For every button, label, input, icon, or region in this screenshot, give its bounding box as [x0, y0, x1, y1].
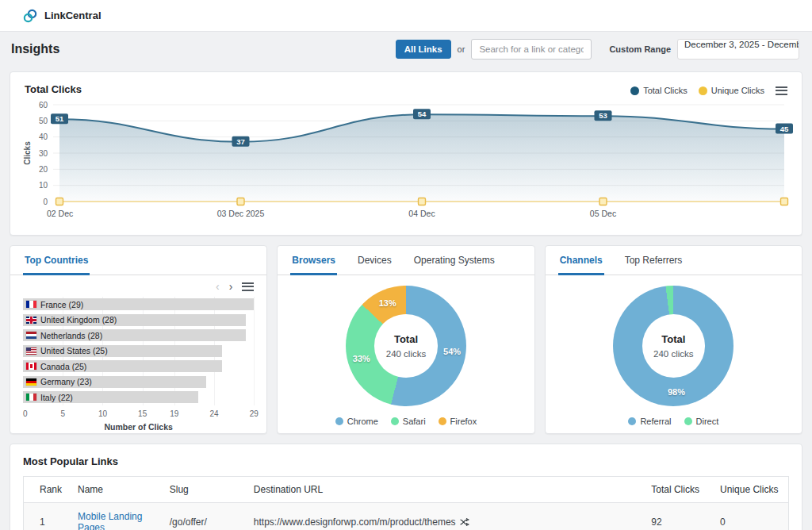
chart-menu-icon[interactable]	[242, 282, 254, 291]
all-links-button[interactable]: All Links	[396, 40, 451, 59]
country-bar-label: United Kingdom (28)	[26, 315, 117, 325]
axis-tick: 19	[170, 409, 178, 418]
tab-top-referrers[interactable]: Top Referrers	[623, 246, 684, 275]
custom-range-label: Custom Range	[609, 44, 671, 54]
svg-text:04 Dec: 04 Dec	[408, 209, 435, 218]
country-bar-row: France (29)	[23, 297, 254, 313]
page-title: Insights	[11, 42, 59, 56]
legend-item-safari[interactable]: Safari	[391, 417, 426, 426]
url-cell: https://www.designforwp.com/m/product/th…	[246, 503, 643, 530]
svg-text:40: 40	[39, 132, 48, 141]
legend-item-unique-clicks[interactable]: Unique Clicks	[699, 86, 764, 95]
column-header: Total Clicks	[643, 477, 712, 503]
column-header: Name	[70, 477, 162, 503]
donut-clicks-label: 240 clicks	[386, 349, 427, 359]
link-name[interactable]: Mobile Landing Pages	[78, 511, 142, 530]
tab-channels[interactable]: Channels	[558, 246, 604, 275]
legend-item-chrome[interactable]: Chrome	[335, 417, 378, 426]
total-clicks-chart: 0102030405060Clicks513754534502 Dec03 De…	[21, 95, 795, 225]
axis-tick: 24	[210, 409, 219, 418]
country-bar-row: Canada (25)	[23, 359, 254, 374]
legend-item-direct[interactable]: Direct	[684, 417, 719, 426]
tab-devices[interactable]: Devices	[356, 246, 393, 275]
total-clicks-card: Total Clicks Total Clicks Unique Clicks …	[10, 71, 802, 236]
popular-links-card: Most Popular Links RankNameSlugDestinati…	[10, 444, 802, 530]
axis-tick: 0	[23, 409, 28, 418]
it-flag-icon	[26, 394, 36, 401]
tab-operating-systems[interactable]: Operating Systems	[412, 246, 496, 275]
svg-text:02 Dec: 02 Dec	[47, 209, 73, 218]
chart-legend: Total Clicks Unique Clicks	[630, 86, 787, 95]
tab-browsers[interactable]: Browsers	[290, 246, 337, 275]
svg-text:20: 20	[39, 165, 48, 174]
svg-text:05 Dec: 05 Dec	[590, 209, 616, 218]
country-bar-label: France (29)	[26, 300, 83, 309]
country-bar: Canada (25)	[23, 360, 222, 372]
table-cell: 92	[643, 503, 712, 530]
date-range-input[interactable]: December 3, 2025 - December 7, 2	[677, 39, 799, 60]
svg-text:60: 60	[39, 101, 48, 109]
slice-label-safari: 33%	[353, 354, 370, 363]
countries-axis-label: Number of Clicks	[23, 422, 254, 432]
donut-total-label: Total	[394, 333, 418, 345]
column-header: Slug	[162, 477, 246, 503]
grid-line	[254, 297, 255, 405]
donut-clicks-label: 240 clicks	[653, 349, 694, 359]
svg-text:03 Dec 2025: 03 Dec 2025	[217, 209, 265, 218]
ca-flag-icon	[26, 363, 36, 370]
country-bar-label: Italy (22)	[26, 393, 73, 402]
chevron-right-icon[interactable]: ›	[229, 281, 233, 292]
country-bar-label: Canada (25)	[26, 362, 86, 371]
axis-tick: 15	[138, 409, 147, 418]
nl-flag-icon	[26, 332, 36, 339]
browsers-tabs: BrowsersDevicesOperating Systems	[278, 246, 534, 275]
legend-item-referral[interactable]: Referral	[628, 417, 671, 426]
brand[interactable]: LinkCentral	[22, 8, 102, 24]
slice-label-chrome: 54%	[443, 347, 461, 356]
tab-top-countries[interactable]: Top Countries	[23, 246, 90, 275]
top-countries-card: Top Countries ‹ › France (29)United King…	[10, 245, 267, 434]
column-header: Destination URL	[246, 477, 643, 503]
country-bar-row: Netherlands (28)	[23, 328, 254, 344]
legend-dot	[684, 417, 692, 425]
or-label: or	[458, 44, 465, 54]
country-bar-label: Germany (23)	[26, 377, 92, 386]
svg-text:30: 30	[39, 149, 48, 158]
channels-donut-chart: Total 240 clicks 98%	[613, 286, 733, 406]
search-input[interactable]	[471, 39, 592, 60]
us-flag-icon	[26, 348, 36, 355]
table-cell: 0	[712, 503, 788, 530]
donut-total-label: Total	[661, 333, 685, 345]
country-bar-row: Italy (22)	[23, 390, 254, 405]
country-bar: France (29)	[23, 298, 254, 310]
legend-dot	[630, 86, 639, 95]
top-bar: LinkCentral	[0, 0, 812, 32]
legend-item-firefox[interactable]: Firefox	[439, 417, 477, 426]
country-bar-row: Germany (23)	[23, 374, 254, 390]
legend-dot	[628, 417, 636, 425]
chart-menu-icon[interactable]	[776, 86, 787, 95]
donut-center: Total 240 clicks	[642, 314, 705, 377]
axis-tick: 5	[60, 409, 65, 418]
total-clicks-title: Total Clicks	[25, 83, 82, 95]
country-bar: United Kingdom (28)	[23, 314, 246, 326]
chevron-left-icon[interactable]: ‹	[216, 281, 220, 292]
svg-text:53: 53	[599, 111, 607, 120]
legend-label: Unique Clicks	[711, 86, 764, 95]
svg-text:37: 37	[236, 137, 245, 146]
shuffle-icon	[460, 518, 469, 526]
gb-flag-icon	[26, 317, 36, 324]
channels-card: ChannelsTop Referrers Total 240 clicks 9…	[545, 245, 802, 434]
legend-dot	[335, 417, 343, 425]
country-bar-label: Netherlands (28)	[26, 331, 102, 340]
countries-axis: 051015192429	[23, 409, 254, 420]
destination-url: https://www.designforwp.com/m/product/th…	[254, 517, 635, 528]
svg-text:45: 45	[780, 125, 789, 133]
country-bar: Netherlands (28)	[23, 329, 246, 341]
legend-item-total-clicks[interactable]: Total Clicks	[630, 86, 688, 95]
brand-name: LinkCentral	[44, 10, 102, 21]
svg-text:10: 10	[39, 181, 48, 190]
table-header: RankNameSlugDestination URLTotal ClicksU…	[24, 477, 789, 503]
channels-tabs: ChannelsTop Referrers	[546, 246, 802, 275]
slice-label-firefox: 13%	[379, 298, 396, 308]
